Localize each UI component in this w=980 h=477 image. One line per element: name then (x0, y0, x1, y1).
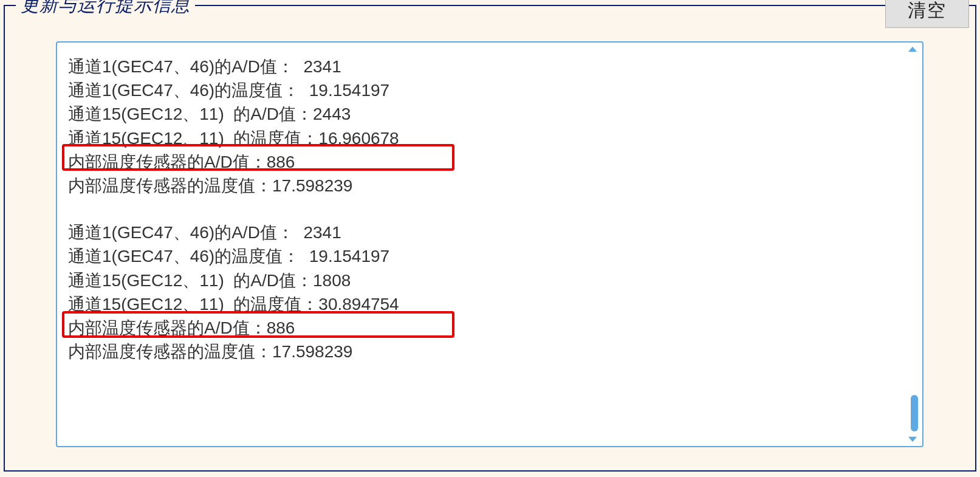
log-line: 内部温度传感器的温度值：17.598239 (68, 174, 911, 197)
log-line: 通道1(GEC47、46)的温度值： 19.154197 (68, 244, 911, 268)
log-line: 通道1(GEC47、46)的温度值： 19.154197 (68, 78, 911, 102)
log-line (68, 197, 911, 221)
log-line: 通道15(GEC12、11) 的温度值：30.894754 (68, 292, 911, 316)
scroll-up-icon[interactable] (906, 45, 919, 53)
log-line: 内部温度传感器的温度值：17.598239 (68, 340, 911, 363)
scroll-down-icon[interactable] (906, 435, 919, 444)
log-line: 通道1(GEC47、46)的A/D值： 2341 (68, 221, 911, 244)
log-content: 通道1(GEC47、46)的A/D值： 2341 通道1(GEC47、46)的温… (57, 43, 922, 446)
log-line: 通道1(GEC47、46)的A/D值： 2341 (68, 55, 911, 78)
log-line: 通道15(GEC12、11) 的A/D值：1808 (68, 269, 911, 292)
log-line: 内部温度传感器的A/D值：886 (68, 150, 911, 174)
log-panel: 更新与运行提示信息 清空 通道1(GEC47、46)的A/D值： 2341 通道… (4, 5, 976, 472)
clear-button[interactable]: 清空 (885, 0, 969, 28)
log-line: 通道15(GEC12、11) 的温度值：16.960678 (68, 126, 911, 150)
log-line: 通道15(GEC12、11) 的A/D值：2443 (68, 102, 911, 126)
log-line: 内部温度传感器的A/D值：886 (68, 316, 911, 340)
log-textarea[interactable]: 通道1(GEC47、46)的A/D值： 2341 通道1(GEC47、46)的温… (56, 41, 923, 447)
panel-title: 更新与运行提示信息 (16, 0, 195, 18)
scrollbar-thumb[interactable] (911, 395, 918, 431)
